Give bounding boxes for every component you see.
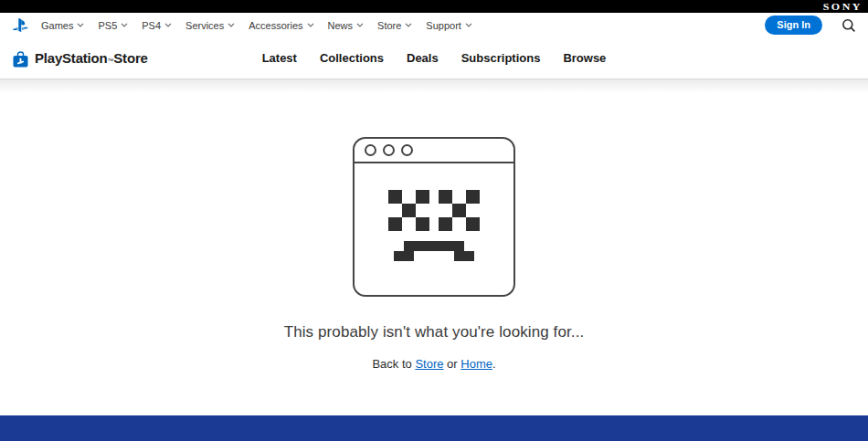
top-nav-item-label: PS5: [98, 20, 117, 31]
playstation-store-logo[interactable]: PlayStation™Store: [13, 49, 148, 68]
window-circle-icon: [365, 144, 376, 156]
chevron-down-icon: [77, 23, 84, 27]
top-nav-item-news[interactable]: News: [328, 20, 365, 31]
store-nav: PlayStation™Store Latest Collections Dea…: [0, 37, 868, 79]
top-nav-item-label: PS4: [142, 20, 161, 31]
sony-logo: SONY: [823, 1, 863, 11]
top-nav-item-label: Store: [377, 20, 401, 31]
conjunction-text: or: [447, 357, 458, 371]
chevron-down-icon: [121, 23, 128, 27]
store-brand-text: PlayStation™Store: [35, 50, 148, 66]
brand-playstation: PlayStation: [35, 50, 108, 66]
chevron-down-icon: [307, 23, 314, 27]
top-nav-item-support[interactable]: Support: [426, 20, 472, 31]
top-nav-item-label: News: [328, 20, 354, 31]
pixel-x-eye-icon: [388, 190, 429, 231]
store-nav-collections[interactable]: Collections: [320, 51, 384, 65]
top-nav-item-services[interactable]: Services: [185, 20, 235, 31]
error-page: This probably isn't what you're looking …: [0, 79, 868, 415]
footer-bar: [0, 415, 868, 441]
store-link[interactable]: Store: [415, 357, 443, 371]
browser-window-titlebar: [355, 139, 513, 163]
top-nav: Games PS5 PS4 Services Accessories News …: [0, 13, 868, 37]
playstation-logo-icon[interactable]: [12, 18, 29, 32]
top-nav-item-label: Services: [185, 20, 224, 31]
store-nav-latest[interactable]: Latest: [262, 51, 297, 65]
top-nav-item-label: Accessories: [249, 20, 302, 31]
window-circle-icon: [383, 144, 395, 156]
window-circle-icon: [401, 144, 413, 156]
pixel-frown-mouth-icon: [394, 241, 474, 261]
top-nav-item-ps4[interactable]: PS4: [142, 20, 172, 31]
brand-store: Store: [113, 50, 147, 66]
home-link[interactable]: Home: [460, 357, 492, 371]
chevron-down-icon: [356, 23, 364, 27]
store-nav-browse[interactable]: Browse: [563, 51, 606, 65]
chevron-down-icon: [228, 23, 235, 27]
sony-top-bar: SONY: [0, 0, 868, 13]
back-links-line: Back to Store or Home.: [372, 357, 495, 371]
top-nav-item-store[interactable]: Store: [377, 20, 412, 31]
top-nav-item-label: Support: [426, 20, 461, 31]
chevron-down-icon: [465, 23, 472, 27]
sign-in-button[interactable]: Sign In: [765, 16, 822, 35]
sad-pixel-face: [355, 163, 513, 261]
store-nav-deals[interactable]: Deals: [407, 51, 439, 65]
top-nav-item-ps5[interactable]: PS5: [98, 20, 128, 31]
chevron-down-icon: [405, 23, 412, 27]
store-nav-subscriptions[interactable]: Subscriptions: [461, 51, 541, 65]
pixel-eyes: [388, 190, 480, 231]
top-nav-item-accessories[interactable]: Accessories: [249, 20, 313, 31]
error-message: This probably isn't what you're looking …: [284, 323, 585, 341]
store-bag-icon: [13, 49, 28, 68]
top-nav-items: Games PS5 PS4 Services Accessories News …: [41, 20, 472, 31]
back-prefix-text: Back to: [372, 357, 411, 371]
period-text: .: [492, 357, 496, 371]
search-icon[interactable]: [842, 18, 856, 33]
pixel-x-eye-icon: [439, 190, 480, 231]
top-nav-item-label: Games: [41, 20, 73, 31]
chevron-down-icon: [164, 23, 172, 27]
top-nav-right: Sign In: [765, 16, 856, 35]
sad-browser-window-illustration: [353, 137, 515, 297]
top-nav-item-games[interactable]: Games: [41, 20, 84, 31]
